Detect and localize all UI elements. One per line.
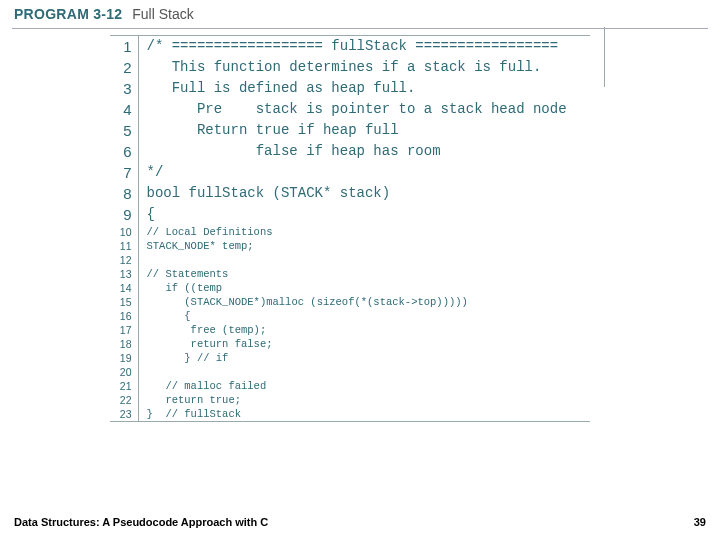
code-line: 2 This function determines if a stack is… bbox=[110, 57, 567, 78]
line-source: Return true if heap full bbox=[138, 120, 567, 141]
line-source: } // if bbox=[138, 351, 567, 365]
code-line: 8bool fullStack (STACK* stack) bbox=[110, 183, 567, 204]
code-line: 9{ bbox=[110, 204, 567, 225]
line-source: } // fullStack bbox=[138, 407, 567, 421]
program-title: Full Stack bbox=[132, 6, 193, 22]
code-line: 18 return false; bbox=[110, 337, 567, 351]
line-number: 4 bbox=[110, 99, 138, 120]
line-source: return false; bbox=[138, 337, 567, 351]
line-source: { bbox=[138, 204, 567, 225]
code-bottom-rule bbox=[110, 421, 590, 422]
line-source: if ((temp bbox=[138, 281, 567, 295]
code-line: 12 bbox=[110, 253, 567, 267]
code-line: 16 { bbox=[110, 309, 567, 323]
line-source: */ bbox=[138, 162, 567, 183]
line-number: 1 bbox=[110, 36, 138, 57]
code-line: 17 free (temp); bbox=[110, 323, 567, 337]
line-source bbox=[138, 365, 567, 379]
line-number: 9 bbox=[110, 204, 138, 225]
line-number: 5 bbox=[110, 120, 138, 141]
code-line: 7*/ bbox=[110, 162, 567, 183]
code-line: 23} // fullStack bbox=[110, 407, 567, 421]
line-source: // Statements bbox=[138, 267, 567, 281]
code-line: 22 return true; bbox=[110, 393, 567, 407]
line-number: 2 bbox=[110, 57, 138, 78]
code-listing: 1/* ================== fullStack =======… bbox=[110, 35, 590, 422]
code-line: 4 Pre stack is pointer to a stack head n… bbox=[110, 99, 567, 120]
program-header: PROGRAM 3-12 Full Stack bbox=[0, 0, 720, 26]
code-table: 1/* ================== fullStack =======… bbox=[110, 36, 567, 421]
code-line: 14 if ((temp bbox=[110, 281, 567, 295]
line-number: 17 bbox=[110, 323, 138, 337]
line-number: 18 bbox=[110, 337, 138, 351]
line-source bbox=[138, 253, 567, 267]
line-number: 16 bbox=[110, 309, 138, 323]
code-line: 15 (STACK_NODE*)malloc (sizeof(*(stack->… bbox=[110, 295, 567, 309]
line-number: 6 bbox=[110, 141, 138, 162]
line-source: bool fullStack (STACK* stack) bbox=[138, 183, 567, 204]
line-number: 7 bbox=[110, 162, 138, 183]
code-line: 10// Local Definitions bbox=[110, 225, 567, 239]
decorative-tick bbox=[604, 27, 605, 87]
code-line: 13// Statements bbox=[110, 267, 567, 281]
program-label: PROGRAM 3-12 bbox=[14, 6, 122, 22]
page-footer: Data Structures: A Pseudocode Approach w… bbox=[14, 516, 706, 528]
line-number: 11 bbox=[110, 239, 138, 253]
line-number: 12 bbox=[110, 253, 138, 267]
code-line: 21 // malloc failed bbox=[110, 379, 567, 393]
line-number: 3 bbox=[110, 78, 138, 99]
line-number: 8 bbox=[110, 183, 138, 204]
line-source: { bbox=[138, 309, 567, 323]
line-source: /* ================== fullStack ========… bbox=[138, 36, 567, 57]
line-number: 23 bbox=[110, 407, 138, 421]
line-source: free (temp); bbox=[138, 323, 567, 337]
line-number: 13 bbox=[110, 267, 138, 281]
line-number: 22 bbox=[110, 393, 138, 407]
line-source: Full is defined as heap full. bbox=[138, 78, 567, 99]
line-number: 10 bbox=[110, 225, 138, 239]
line-source: return true; bbox=[138, 393, 567, 407]
code-line: 19 } // if bbox=[110, 351, 567, 365]
line-number: 14 bbox=[110, 281, 138, 295]
line-source: // Local Definitions bbox=[138, 225, 567, 239]
code-line: 3 Full is defined as heap full. bbox=[110, 78, 567, 99]
line-source: This function determines if a stack is f… bbox=[138, 57, 567, 78]
line-number: 19 bbox=[110, 351, 138, 365]
code-line: 11STACK_NODE* temp; bbox=[110, 239, 567, 253]
line-number: 21 bbox=[110, 379, 138, 393]
code-line: 1/* ================== fullStack =======… bbox=[110, 36, 567, 57]
line-number: 15 bbox=[110, 295, 138, 309]
line-source: Pre stack is pointer to a stack head nod… bbox=[138, 99, 567, 120]
footer-page-number: 39 bbox=[694, 516, 706, 528]
footer-book-title: Data Structures: A Pseudocode Approach w… bbox=[14, 516, 268, 528]
line-source: (STACK_NODE*)malloc (sizeof(*(stack->top… bbox=[138, 295, 567, 309]
code-line: 5 Return true if heap full bbox=[110, 120, 567, 141]
line-number: 20 bbox=[110, 365, 138, 379]
code-line: 6 false if heap has room bbox=[110, 141, 567, 162]
line-source: STACK_NODE* temp; bbox=[138, 239, 567, 253]
line-source: false if heap has room bbox=[138, 141, 567, 162]
code-line: 20 bbox=[110, 365, 567, 379]
line-source: // malloc failed bbox=[138, 379, 567, 393]
